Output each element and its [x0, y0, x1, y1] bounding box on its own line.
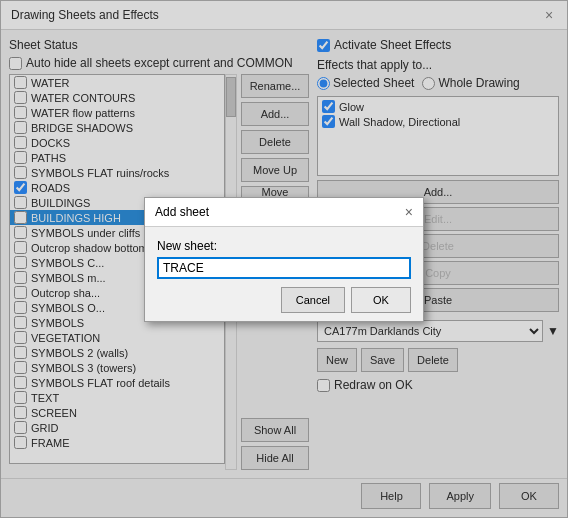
- modal-buttons: Cancel OK: [157, 287, 411, 313]
- modal-ok-button[interactable]: OK: [351, 287, 411, 313]
- modal-close-button[interactable]: ×: [405, 204, 413, 220]
- modal-title-text: Add sheet: [155, 205, 209, 219]
- main-window: Drawing Sheets and Effects × Sheet Statu…: [0, 0, 568, 518]
- modal-title-bar: Add sheet ×: [145, 198, 423, 227]
- modal-field-label: New sheet:: [157, 239, 411, 253]
- modal-overlay: Add sheet × New sheet: Cancel OK: [1, 1, 567, 517]
- modal-body: New sheet: Cancel OK: [145, 227, 423, 321]
- add-sheet-modal: Add sheet × New sheet: Cancel OK: [144, 197, 424, 322]
- modal-cancel-button[interactable]: Cancel: [281, 287, 345, 313]
- new-sheet-input[interactable]: [157, 257, 411, 279]
